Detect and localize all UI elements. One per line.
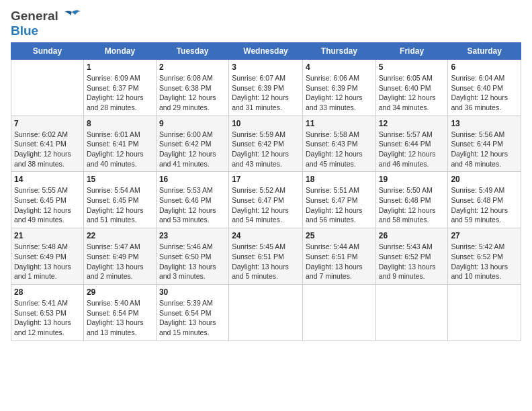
calendar-cell: 15 Sunrise: 5:54 AMSunset: 6:45 PMDaylig… (83, 172, 156, 228)
cell-content: 25 Sunrise: 5:44 AMSunset: 6:51 PMDaylig… (306, 231, 373, 281)
cell-content: 15 Sunrise: 5:54 AMSunset: 6:45 PMDaylig… (87, 175, 153, 225)
calendar-cell: 14 Sunrise: 5:55 AMSunset: 6:45 PMDaylig… (11, 172, 84, 228)
day-number: 12 (379, 119, 445, 128)
day-info: Sunrise: 6:06 AMSunset: 6:39 PMDaylight:… (306, 73, 373, 113)
logo: General Blue (11, 9, 81, 38)
day-number: 2 (159, 62, 226, 72)
day-info: Sunrise: 5:40 AMSunset: 6:54 PMDaylight:… (87, 298, 153, 338)
cell-content: 7 Sunrise: 6:02 AMSunset: 6:41 PMDayligh… (14, 119, 81, 169)
calendar-cell: 20 Sunrise: 5:49 AMSunset: 6:48 PMDaylig… (448, 172, 521, 228)
weekday-header-cell: Saturday (448, 42, 521, 59)
day-info: Sunrise: 6:01 AMSunset: 6:41 PMDaylight:… (87, 130, 153, 169)
calendar-cell: 23 Sunrise: 5:46 AMSunset: 6:50 PMDaylig… (156, 228, 228, 285)
calendar-body: 1 Sunrise: 6:09 AMSunset: 6:37 PMDayligh… (11, 59, 521, 340)
day-info: Sunrise: 5:54 AMSunset: 6:45 PMDaylight:… (87, 185, 153, 225)
day-info: Sunrise: 5:50 AMSunset: 6:48 PMDaylight:… (379, 185, 445, 225)
calendar-cell: 28 Sunrise: 5:41 AMSunset: 6:53 PMDaylig… (11, 284, 84, 340)
day-info: Sunrise: 5:49 AMSunset: 6:48 PMDaylight:… (451, 185, 518, 225)
cell-content: 27 Sunrise: 5:42 AMSunset: 6:52 PMDaylig… (451, 231, 518, 281)
day-info: Sunrise: 5:46 AMSunset: 6:50 PMDaylight:… (159, 242, 226, 281)
weekday-header-row: SundayMondayTuesdayWednesdayThursdayFrid… (11, 42, 521, 59)
day-number: 11 (306, 119, 373, 128)
day-number: 25 (306, 231, 373, 240)
calendar-cell: 16 Sunrise: 5:53 AMSunset: 6:46 PMDaylig… (156, 172, 228, 228)
day-number: 14 (14, 175, 81, 184)
day-info: Sunrise: 6:04 AMSunset: 6:40 PMDaylight:… (451, 73, 518, 113)
day-number: 28 (14, 287, 81, 297)
cell-content: 2 Sunrise: 6:08 AMSunset: 6:38 PMDayligh… (159, 62, 226, 113)
day-info: Sunrise: 5:53 AMSunset: 6:46 PMDaylight:… (159, 185, 226, 225)
weekday-header-cell: Friday (375, 42, 448, 59)
cell-content: 6 Sunrise: 6:04 AMSunset: 6:40 PMDayligh… (451, 62, 518, 113)
day-number: 20 (451, 175, 518, 184)
cell-content: 28 Sunrise: 5:41 AMSunset: 6:53 PMDaylig… (14, 287, 81, 338)
cell-content: 5 Sunrise: 6:05 AMSunset: 6:40 PMDayligh… (379, 62, 445, 113)
calendar-cell: 11 Sunrise: 5:58 AMSunset: 6:43 PMDaylig… (302, 116, 375, 172)
day-number: 22 (87, 231, 153, 240)
day-number: 21 (14, 231, 81, 240)
cell-content: 22 Sunrise: 5:47 AMSunset: 6:49 PMDaylig… (87, 231, 153, 281)
cell-content: 19 Sunrise: 5:50 AMSunset: 6:48 PMDaylig… (379, 175, 445, 225)
day-number: 6 (451, 62, 518, 72)
cell-content: 8 Sunrise: 6:01 AMSunset: 6:41 PMDayligh… (87, 119, 153, 169)
day-info: Sunrise: 6:05 AMSunset: 6:40 PMDaylight:… (379, 73, 445, 113)
day-number: 19 (379, 175, 445, 184)
calendar-cell: 22 Sunrise: 5:47 AMSunset: 6:49 PMDaylig… (83, 228, 156, 285)
day-number: 10 (232, 119, 300, 128)
day-info: Sunrise: 6:07 AMSunset: 6:39 PMDaylight:… (232, 73, 300, 113)
calendar-cell: 24 Sunrise: 5:45 AMSunset: 6:51 PMDaylig… (229, 228, 303, 285)
calendar-cell: 5 Sunrise: 6:05 AMSunset: 6:40 PMDayligh… (375, 59, 448, 116)
day-info: Sunrise: 5:41 AMSunset: 6:53 PMDaylight:… (14, 298, 81, 338)
day-info: Sunrise: 5:48 AMSunset: 6:49 PMDaylight:… (14, 242, 81, 281)
calendar-cell: 25 Sunrise: 5:44 AMSunset: 6:51 PMDaylig… (302, 228, 375, 285)
day-info: Sunrise: 5:58 AMSunset: 6:43 PMDaylight:… (306, 130, 373, 169)
cell-content: 17 Sunrise: 5:52 AMSunset: 6:47 PMDaylig… (232, 175, 300, 225)
calendar-cell (448, 284, 521, 340)
cell-content: 29 Sunrise: 5:40 AMSunset: 6:54 PMDaylig… (87, 287, 153, 338)
calendar-cell: 21 Sunrise: 5:48 AMSunset: 6:49 PMDaylig… (11, 228, 84, 285)
calendar-week-row: 21 Sunrise: 5:48 AMSunset: 6:49 PMDaylig… (11, 228, 521, 285)
calendar-cell: 18 Sunrise: 5:51 AMSunset: 6:47 PMDaylig… (302, 172, 375, 228)
day-number: 9 (159, 119, 226, 128)
calendar-week-row: 28 Sunrise: 5:41 AMSunset: 6:53 PMDaylig… (11, 284, 521, 340)
day-number: 5 (379, 62, 445, 72)
day-number: 8 (87, 119, 153, 128)
day-info: Sunrise: 5:45 AMSunset: 6:51 PMDaylight:… (232, 242, 300, 281)
day-info: Sunrise: 5:52 AMSunset: 6:47 PMDaylight:… (232, 185, 300, 225)
cell-content: 30 Sunrise: 5:39 AMSunset: 6:54 PMDaylig… (159, 287, 226, 338)
calendar-cell (375, 284, 448, 340)
logo-bird-icon (63, 9, 81, 24)
calendar-cell: 19 Sunrise: 5:50 AMSunset: 6:48 PMDaylig… (375, 172, 448, 228)
cell-content: 21 Sunrise: 5:48 AMSunset: 6:49 PMDaylig… (14, 231, 81, 281)
page: General Blue SundayMondayTuesdayWednesda… (0, 0, 532, 348)
day-info: Sunrise: 5:59 AMSunset: 6:42 PMDaylight:… (232, 130, 300, 169)
day-info: Sunrise: 5:44 AMSunset: 6:51 PMDaylight:… (306, 242, 373, 281)
day-number: 1 (87, 62, 153, 72)
weekday-header-cell: Tuesday (156, 42, 228, 59)
day-number: 7 (14, 119, 81, 128)
weekday-header-cell: Monday (83, 42, 156, 59)
day-info: Sunrise: 5:57 AMSunset: 6:44 PMDaylight:… (379, 130, 445, 169)
calendar-cell: 17 Sunrise: 5:52 AMSunset: 6:47 PMDaylig… (229, 172, 303, 228)
calendar-cell: 12 Sunrise: 5:57 AMSunset: 6:44 PMDaylig… (375, 116, 448, 172)
calendar-cell (302, 284, 375, 340)
day-number: 18 (306, 175, 373, 184)
day-number: 29 (87, 287, 153, 297)
day-info: Sunrise: 5:43 AMSunset: 6:52 PMDaylight:… (379, 242, 445, 281)
calendar-cell: 1 Sunrise: 6:09 AMSunset: 6:37 PMDayligh… (83, 59, 156, 116)
header: General Blue (11, 7, 521, 38)
cell-content: 23 Sunrise: 5:46 AMSunset: 6:50 PMDaylig… (159, 231, 226, 281)
day-info: Sunrise: 6:08 AMSunset: 6:38 PMDaylight:… (159, 73, 226, 113)
day-info: Sunrise: 6:02 AMSunset: 6:41 PMDaylight:… (14, 130, 81, 169)
day-number: 13 (451, 119, 518, 128)
cell-content: 12 Sunrise: 5:57 AMSunset: 6:44 PMDaylig… (379, 119, 445, 169)
day-number: 17 (232, 175, 300, 184)
weekday-header-cell: Wednesday (229, 42, 303, 59)
calendar-cell: 8 Sunrise: 6:01 AMSunset: 6:41 PMDayligh… (83, 116, 156, 172)
cell-content: 3 Sunrise: 6:07 AMSunset: 6:39 PMDayligh… (232, 62, 300, 113)
calendar-table: SundayMondayTuesdayWednesdayThursdayFrid… (11, 42, 521, 341)
day-number: 24 (232, 231, 300, 240)
day-number: 15 (87, 175, 153, 184)
day-number: 23 (159, 231, 226, 240)
calendar-cell: 26 Sunrise: 5:43 AMSunset: 6:52 PMDaylig… (375, 228, 448, 285)
